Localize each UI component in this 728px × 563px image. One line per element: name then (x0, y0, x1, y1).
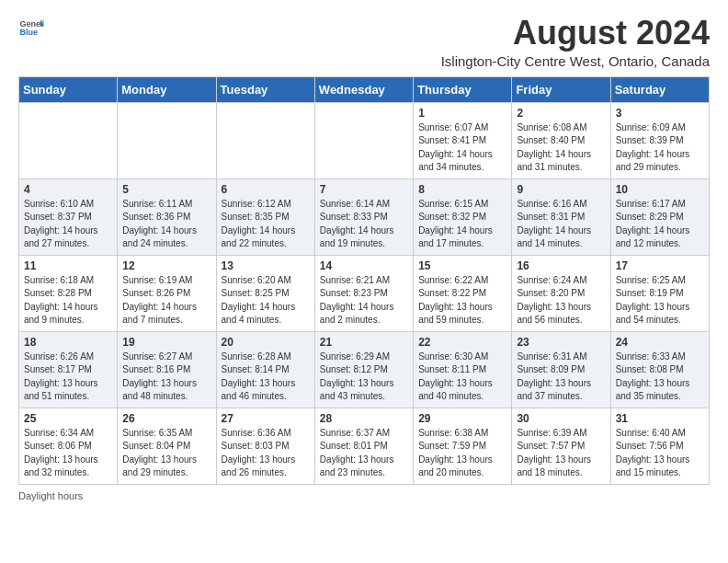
calendar-table: SundayMondayTuesdayWednesdayThursdayFrid… (18, 76, 710, 485)
day-number: 10 (616, 183, 704, 196)
footer-note: Daylight hours (18, 490, 710, 501)
title-area: August 2024 Islington-City Centre West, … (441, 15, 710, 69)
header-cell-sunday: Sunday (19, 76, 118, 102)
logo: General Blue (18, 15, 44, 40)
calendar-cell: 5Sunrise: 6:11 AM Sunset: 8:36 PM Daylig… (118, 178, 216, 255)
day-info: Sunrise: 6:36 AM Sunset: 8:03 PM Dayligh… (222, 427, 310, 480)
calendar-cell (118, 102, 216, 178)
calendar-cell: 19Sunrise: 6:27 AM Sunset: 8:16 PM Dayli… (118, 331, 216, 408)
calendar-header: SundayMondayTuesdayWednesdayThursdayFrid… (19, 76, 710, 102)
calendar-cell: 12Sunrise: 6:19 AM Sunset: 8:26 PM Dayli… (118, 255, 216, 331)
day-info: Sunrise: 6:15 AM Sunset: 8:32 PM Dayligh… (418, 198, 506, 251)
day-info: Sunrise: 6:10 AM Sunset: 8:37 PM Dayligh… (24, 198, 112, 251)
day-info: Sunrise: 6:25 AM Sunset: 8:19 PM Dayligh… (616, 274, 704, 327)
day-number: 12 (122, 259, 210, 272)
day-info: Sunrise: 6:31 AM Sunset: 8:09 PM Dayligh… (517, 350, 605, 404)
calendar-cell: 30Sunrise: 6:39 AM Sunset: 7:57 PM Dayli… (512, 408, 610, 484)
day-info: Sunrise: 6:12 AM Sunset: 8:35 PM Dayligh… (222, 198, 310, 251)
day-info: Sunrise: 6:37 AM Sunset: 8:01 PM Dayligh… (320, 427, 408, 480)
header-row: SundayMondayTuesdayWednesdayThursdayFrid… (19, 76, 710, 102)
header: General Blue August 2024 Islington-City … (18, 15, 710, 69)
day-number: 1 (418, 107, 506, 120)
calendar-cell: 21Sunrise: 6:29 AM Sunset: 8:12 PM Dayli… (314, 331, 413, 408)
calendar-cell: 17Sunrise: 6:25 AM Sunset: 8:19 PM Dayli… (610, 255, 709, 331)
calendar-cell (19, 102, 118, 178)
calendar-cell: 15Sunrise: 6:22 AM Sunset: 8:22 PM Dayli… (414, 255, 512, 331)
week-row-1: 1Sunrise: 6:07 AM Sunset: 8:41 PM Daylig… (19, 102, 710, 178)
day-number: 26 (122, 412, 210, 425)
day-number: 19 (122, 336, 210, 349)
calendar-cell: 14Sunrise: 6:21 AM Sunset: 8:23 PM Dayli… (314, 255, 413, 331)
calendar-cell: 6Sunrise: 6:12 AM Sunset: 8:35 PM Daylig… (216, 178, 314, 255)
day-number: 6 (222, 183, 310, 196)
calendar-cell: 29Sunrise: 6:38 AM Sunset: 7:59 PM Dayli… (414, 408, 512, 484)
header-cell-friday: Friday (512, 76, 610, 102)
calendar-cell (314, 102, 413, 178)
calendar-cell: 24Sunrise: 6:33 AM Sunset: 8:08 PM Dayli… (610, 331, 709, 408)
day-number: 11 (24, 259, 112, 272)
calendar-cell: 27Sunrise: 6:36 AM Sunset: 8:03 PM Dayli… (216, 408, 314, 484)
day-info: Sunrise: 6:09 AM Sunset: 8:39 PM Dayligh… (616, 121, 704, 175)
subtitle: Islington-City Centre West, Ontario, Can… (441, 53, 710, 69)
day-info: Sunrise: 6:14 AM Sunset: 8:33 PM Dayligh… (320, 198, 408, 251)
day-info: Sunrise: 6:30 AM Sunset: 8:11 PM Dayligh… (418, 350, 506, 404)
day-number: 8 (418, 183, 506, 196)
calendar-cell: 28Sunrise: 6:37 AM Sunset: 8:01 PM Dayli… (314, 408, 413, 484)
day-number: 29 (418, 412, 506, 425)
main-title: August 2024 (441, 15, 710, 52)
day-info: Sunrise: 6:40 AM Sunset: 7:56 PM Dayligh… (616, 427, 704, 480)
day-info: Sunrise: 6:17 AM Sunset: 8:29 PM Dayligh… (616, 198, 704, 251)
day-number: 18 (24, 336, 112, 349)
day-number: 5 (122, 183, 210, 196)
calendar-cell: 1Sunrise: 6:07 AM Sunset: 8:41 PM Daylig… (414, 102, 512, 178)
calendar-cell: 31Sunrise: 6:40 AM Sunset: 7:56 PM Dayli… (610, 408, 709, 484)
calendar-cell: 25Sunrise: 6:34 AM Sunset: 8:06 PM Dayli… (19, 408, 118, 484)
header-cell-saturday: Saturday (610, 76, 709, 102)
day-info: Sunrise: 6:39 AM Sunset: 7:57 PM Dayligh… (517, 427, 605, 480)
day-info: Sunrise: 6:21 AM Sunset: 8:23 PM Dayligh… (320, 274, 408, 327)
day-info: Sunrise: 6:34 AM Sunset: 8:06 PM Dayligh… (24, 427, 112, 480)
calendar-cell (216, 102, 314, 178)
calendar-cell: 11Sunrise: 6:18 AM Sunset: 8:28 PM Dayli… (19, 255, 118, 331)
week-row-2: 4Sunrise: 6:10 AM Sunset: 8:37 PM Daylig… (19, 178, 710, 255)
week-row-5: 25Sunrise: 6:34 AM Sunset: 8:06 PM Dayli… (19, 408, 710, 484)
day-info: Sunrise: 6:33 AM Sunset: 8:08 PM Dayligh… (616, 350, 704, 404)
calendar-body: 1Sunrise: 6:07 AM Sunset: 8:41 PM Daylig… (19, 102, 710, 484)
day-number: 25 (24, 412, 112, 425)
day-number: 9 (517, 183, 605, 196)
day-info: Sunrise: 6:35 AM Sunset: 8:04 PM Dayligh… (122, 427, 210, 480)
calendar-cell: 16Sunrise: 6:24 AM Sunset: 8:20 PM Dayli… (512, 255, 610, 331)
logo-icon: General Blue (18, 15, 44, 40)
day-number: 15 (418, 259, 506, 272)
day-info: Sunrise: 6:29 AM Sunset: 8:12 PM Dayligh… (320, 350, 408, 404)
calendar-cell: 8Sunrise: 6:15 AM Sunset: 8:32 PM Daylig… (414, 178, 512, 255)
day-number: 21 (320, 336, 408, 349)
day-info: Sunrise: 6:07 AM Sunset: 8:41 PM Dayligh… (418, 121, 506, 175)
calendar-cell: 26Sunrise: 6:35 AM Sunset: 8:04 PM Dayli… (118, 408, 216, 484)
day-number: 28 (320, 412, 408, 425)
day-number: 16 (517, 259, 605, 272)
week-row-4: 18Sunrise: 6:26 AM Sunset: 8:17 PM Dayli… (19, 331, 710, 408)
calendar-cell: 20Sunrise: 6:28 AM Sunset: 8:14 PM Dayli… (216, 331, 314, 408)
calendar-cell: 23Sunrise: 6:31 AM Sunset: 8:09 PM Dayli… (512, 331, 610, 408)
day-info: Sunrise: 6:28 AM Sunset: 8:14 PM Dayligh… (222, 350, 310, 404)
svg-text:Blue: Blue (19, 28, 38, 37)
header-cell-thursday: Thursday (414, 76, 512, 102)
day-info: Sunrise: 6:20 AM Sunset: 8:25 PM Dayligh… (222, 274, 310, 327)
calendar-cell: 2Sunrise: 6:08 AM Sunset: 8:40 PM Daylig… (512, 102, 610, 178)
calendar-cell: 7Sunrise: 6:14 AM Sunset: 8:33 PM Daylig… (314, 178, 413, 255)
day-number: 7 (320, 183, 408, 196)
day-info: Sunrise: 6:24 AM Sunset: 8:20 PM Dayligh… (517, 274, 605, 327)
header-cell-tuesday: Tuesday (216, 76, 314, 102)
day-info: Sunrise: 6:38 AM Sunset: 7:59 PM Dayligh… (418, 427, 506, 480)
day-number: 27 (222, 412, 310, 425)
day-info: Sunrise: 6:18 AM Sunset: 8:28 PM Dayligh… (24, 274, 112, 327)
day-number: 17 (616, 259, 704, 272)
header-cell-wednesday: Wednesday (314, 76, 413, 102)
calendar-cell: 4Sunrise: 6:10 AM Sunset: 8:37 PM Daylig… (19, 178, 118, 255)
day-info: Sunrise: 6:08 AM Sunset: 8:40 PM Dayligh… (517, 121, 605, 175)
day-info: Sunrise: 6:22 AM Sunset: 8:22 PM Dayligh… (418, 274, 506, 327)
week-row-3: 11Sunrise: 6:18 AM Sunset: 8:28 PM Dayli… (19, 255, 710, 331)
day-info: Sunrise: 6:26 AM Sunset: 8:17 PM Dayligh… (24, 350, 112, 404)
day-number: 14 (320, 259, 408, 272)
